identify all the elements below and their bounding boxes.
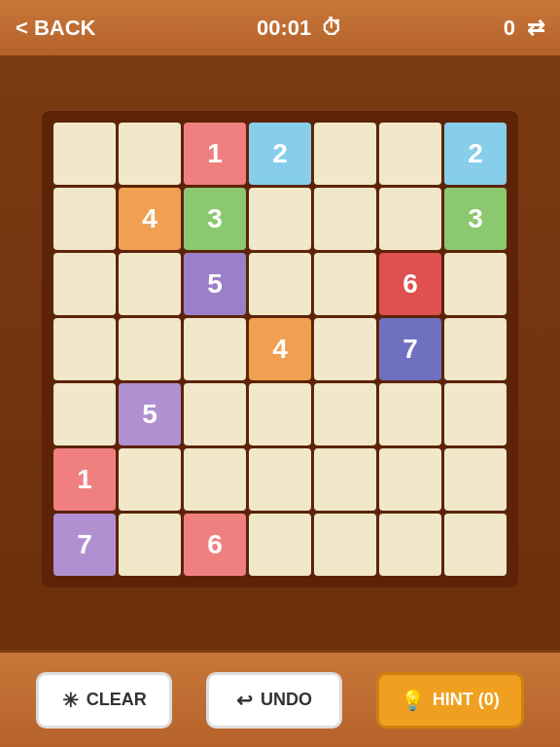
header: < BACK 00:01 ⏱ 0 ⇄ bbox=[0, 0, 560, 58]
main-area: 12243356475176 bbox=[0, 58, 560, 689]
grid-cell-r1c0[interactable] bbox=[53, 188, 116, 250]
grid-cell-r5c3[interactable] bbox=[249, 448, 311, 511]
grid-cell-r6c4[interactable] bbox=[314, 514, 376, 576]
grid-cell-r2c5[interactable]: 6 bbox=[379, 253, 441, 315]
grid-cell-r6c2[interactable]: 6 bbox=[184, 514, 246, 576]
swap-icon: ⇄ bbox=[527, 16, 544, 41]
toolbar: ✳ CLEAR ↩ UNDO 💡 HINT (0) bbox=[0, 650, 560, 747]
grid-cell-r6c1[interactable] bbox=[119, 514, 181, 576]
grid-cell-r5c2[interactable] bbox=[184, 448, 246, 511]
clear-icon: ✳ bbox=[62, 689, 79, 712]
grid-cell-r1c1[interactable]: 4 bbox=[119, 188, 181, 250]
grid-cell-r0c3[interactable]: 2 bbox=[249, 123, 311, 185]
score-display: 0 bbox=[504, 16, 515, 41]
undo-icon: ↩ bbox=[236, 689, 253, 712]
back-button[interactable]: < BACK bbox=[16, 16, 96, 41]
grid-cell-r3c3[interactable]: 4 bbox=[249, 318, 311, 380]
grid-cell-r0c0[interactable] bbox=[53, 123, 116, 185]
grid-cell-r2c3[interactable] bbox=[249, 253, 311, 315]
grid-cell-r4c6[interactable] bbox=[444, 383, 507, 445]
grid-cell-r3c2[interactable] bbox=[184, 318, 246, 380]
grid-cell-r0c1[interactable] bbox=[119, 123, 181, 185]
grid-cell-r6c5[interactable] bbox=[379, 514, 441, 576]
undo-label: UNDO bbox=[261, 690, 312, 710]
score-section: 0 ⇄ bbox=[504, 16, 544, 41]
grid-cell-r1c2[interactable]: 3 bbox=[184, 188, 246, 250]
back-label: < BACK bbox=[16, 16, 96, 41]
grid-cell-r3c5[interactable]: 7 bbox=[379, 318, 441, 380]
grid-cell-r4c3[interactable] bbox=[249, 383, 311, 445]
grid-cell-r1c4[interactable] bbox=[314, 188, 376, 250]
grid-cell-r5c1[interactable] bbox=[119, 448, 181, 511]
grid-cell-r3c4[interactable] bbox=[314, 318, 376, 380]
grid-cell-r1c3[interactable] bbox=[249, 188, 311, 250]
grid-cell-r0c5[interactable] bbox=[379, 123, 441, 185]
grid-cell-r6c6[interactable] bbox=[444, 514, 507, 576]
grid-cell-r5c4[interactable] bbox=[314, 448, 376, 511]
undo-button[interactable]: ↩ UNDO bbox=[206, 672, 342, 729]
grid-cell-r3c0[interactable] bbox=[53, 318, 116, 380]
grid-cell-r0c6[interactable]: 2 bbox=[444, 123, 507, 185]
grid-cell-r5c6[interactable] bbox=[444, 448, 507, 511]
clear-label: CLEAR bbox=[87, 690, 147, 710]
grid-cell-r4c4[interactable] bbox=[314, 383, 376, 445]
grid-cell-r6c3[interactable] bbox=[249, 514, 311, 576]
hint-icon: 💡 bbox=[401, 689, 425, 712]
grid-cell-r6c0[interactable]: 7 bbox=[53, 514, 116, 576]
grid-cell-r5c0[interactable]: 1 bbox=[53, 448, 116, 511]
game-grid: 12243356475176 bbox=[53, 123, 507, 576]
grid-cell-r2c2[interactable]: 5 bbox=[184, 253, 246, 315]
hint-button[interactable]: 💡 HINT (0) bbox=[376, 672, 524, 729]
board-container: 12243356475176 bbox=[42, 111, 518, 587]
grid-cell-r2c6[interactable] bbox=[444, 253, 507, 315]
clear-button[interactable]: ✳ CLEAR bbox=[36, 672, 172, 729]
grid-cell-r3c1[interactable] bbox=[119, 318, 181, 380]
grid-cell-r3c6[interactable] bbox=[444, 318, 507, 380]
grid-cell-r1c6[interactable]: 3 bbox=[444, 188, 507, 250]
grid-cell-r4c2[interactable] bbox=[184, 383, 246, 445]
grid-cell-r1c5[interactable] bbox=[379, 188, 441, 250]
grid-cell-r0c2[interactable]: 1 bbox=[184, 123, 246, 185]
timer-section: 00:01 ⏱ bbox=[257, 16, 342, 41]
grid-cell-r2c4[interactable] bbox=[314, 253, 376, 315]
grid-cell-r4c1[interactable]: 5 bbox=[119, 383, 181, 445]
timer-icon: ⏱ bbox=[321, 16, 342, 41]
hint-label: HINT (0) bbox=[433, 690, 500, 710]
grid-cell-r2c1[interactable] bbox=[119, 253, 181, 315]
grid-cell-r0c4[interactable] bbox=[314, 123, 376, 185]
grid-cell-r5c5[interactable] bbox=[379, 448, 441, 511]
grid-cell-r4c5[interactable] bbox=[379, 383, 441, 445]
grid-cell-r2c0[interactable] bbox=[53, 253, 116, 315]
timer-display: 00:01 bbox=[257, 16, 311, 41]
grid-cell-r4c0[interactable] bbox=[53, 383, 116, 445]
